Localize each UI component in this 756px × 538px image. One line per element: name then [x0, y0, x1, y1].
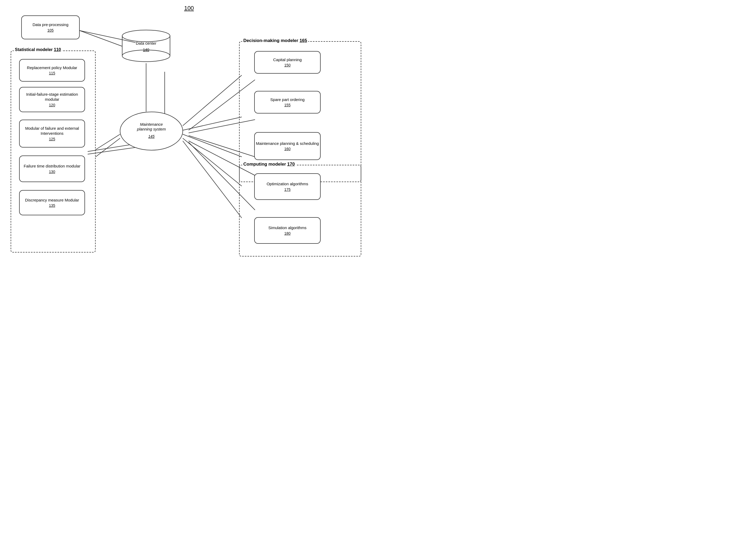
box-155-label: Spare part ordering	[270, 97, 305, 102]
box-160-label: Maintenance planning & scheduling	[256, 141, 319, 146]
svg-text:140: 140	[143, 48, 149, 52]
data-preprocessing-box: Data pre-processing 105	[21, 16, 80, 39]
box-135: Discrepancy measure Modular 135	[19, 190, 85, 215]
box-160-num: 160	[284, 146, 290, 151]
diagram-title: 100	[184, 5, 194, 12]
decision-making-modeler-title: Decision-making modeler 165	[242, 38, 308, 43]
maintenance-planning-system-ellipse: Maintenance planning system 145	[119, 111, 183, 151]
box-120-num: 120	[49, 103, 55, 107]
box-130-num: 130	[49, 169, 55, 174]
data-preprocessing-num: 105	[47, 28, 53, 33]
box-180-label: Simulation algorithms	[268, 225, 306, 231]
box-150-num: 150	[284, 63, 290, 68]
box-180-num: 180	[284, 231, 290, 236]
svg-line-25	[183, 117, 242, 130]
box-115-num: 115	[49, 71, 55, 76]
box-120: Initial-failure-stage estimation modular…	[19, 87, 85, 112]
box-155: Spare part ordering 155	[254, 91, 321, 114]
svg-line-21	[96, 134, 120, 150]
box-135-num: 135	[49, 203, 55, 208]
box-180: Simulation algorithms 180	[254, 217, 321, 244]
box-125-label: Modular of failure and external Interven…	[20, 126, 84, 136]
svg-text:145: 145	[148, 134, 155, 138]
diagram: 100 Data pre-processing 105 Statistical …	[0, 0, 378, 269]
box-150-label: Capital planning	[273, 57, 302, 63]
statistical-modeler-title: Statistical modeler 110	[14, 47, 62, 52]
svg-line-26	[183, 134, 242, 157]
box-155-num: 155	[284, 103, 290, 107]
box-115-label: Replacement policy Modular	[27, 65, 77, 71]
box-115: Replacement policy Modular 115	[19, 59, 85, 81]
box-150: Capital planning 150	[254, 51, 321, 74]
box-130-label: Failure time distribution modular	[24, 163, 80, 169]
mps-ellipse-svg: Maintenance planning system 145	[119, 111, 183, 151]
svg-line-27	[183, 138, 242, 186]
svg-point-13	[122, 30, 170, 42]
box-125: Modular of failure and external Interven…	[19, 120, 85, 147]
box-120-label: Initial-failure-stage estimation modular	[20, 92, 84, 102]
box-135-label: Discrepancy measure Modular	[25, 197, 79, 203]
box-175: Optimization algorithms 175	[254, 173, 321, 200]
computing-modeler-container: Computing modeler 170 Optimization algor…	[239, 165, 361, 256]
svg-line-22	[96, 138, 120, 157]
cylinder-svg: Data center 140	[119, 27, 173, 64]
svg-text:Data center: Data center	[136, 41, 157, 45]
svg-text:planning system: planning system	[137, 127, 166, 131]
box-175-num: 175	[284, 187, 290, 192]
data-center-cylinder: Data center 140	[119, 27, 173, 64]
box-160: Maintenance planning & scheduling 160	[254, 132, 321, 160]
svg-line-28	[183, 141, 242, 218]
box-130: Failure time distribution modular 130	[19, 155, 85, 182]
svg-text:Maintenance: Maintenance	[140, 122, 163, 127]
decision-making-modeler-container: Decision-making modeler 165 Capital plan…	[239, 41, 361, 182]
svg-line-24	[183, 75, 242, 126]
box-175-label: Optimization algorithms	[267, 181, 308, 187]
box-125-num: 125	[49, 136, 55, 141]
computing-modeler-title: Computing modeler 170	[242, 162, 296, 167]
data-preprocessing-label: Data pre-processing	[32, 22, 68, 27]
statistical-modeler-container: Statistical modeler 110 Replacement poli…	[11, 50, 96, 252]
